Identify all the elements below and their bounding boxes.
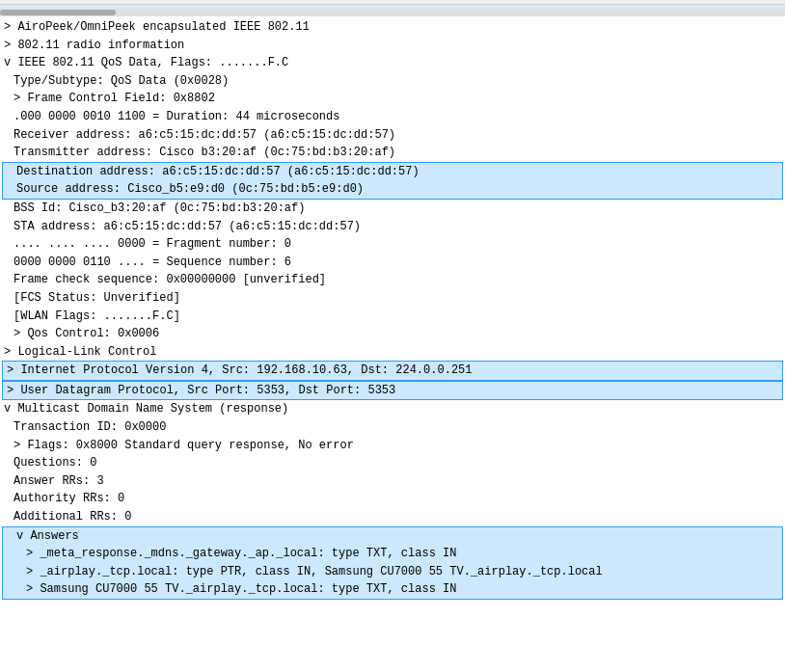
packet-detail-panel: > AiroPeek/OmniPeek encapsulated IEEE 80… <box>0 16 785 602</box>
detail-line-l18[interactable]: > Qos Control: 0x0006 <box>0 325 785 343</box>
detail-line-l29[interactable]: v Answers <box>2 526 783 546</box>
detail-line-l12[interactable]: STA address: a6:c5:15:dc:dd:57 (a6:c5:15… <box>0 218 785 236</box>
detail-line-l7[interactable]: Receiver address: a6:c5:15:dc:dd:57 (a6:… <box>0 126 785 145</box>
detail-line-l3[interactable]: v IEEE 802.11 QoS Data, Flags: .......F.… <box>0 54 785 72</box>
detail-line-l28[interactable]: Additional RRs: 0 <box>0 508 785 526</box>
detail-line-l16[interactable]: [FCS Status: Unverified] <box>0 289 785 308</box>
detail-line-l4[interactable]: Type/Subtype: QoS Data (0x0028) <box>0 72 785 91</box>
detail-line-l21[interactable]: > User Datagram Protocol, Src Port: 5353… <box>2 381 783 401</box>
detail-line-l10[interactable]: Source address: Cisco_b5:e9:d0 (0c:75:bd… <box>2 180 783 200</box>
detail-line-l8[interactable]: Transmitter address: Cisco b3:20:af (0c:… <box>0 144 785 162</box>
detail-line-l25[interactable]: Questions: 0 <box>0 454 785 472</box>
detail-line-l13[interactable]: .... .... .... 0000 = Fragment number: 0 <box>0 235 785 254</box>
detail-line-l17[interactable]: [WLAN Flags: .......F.C] <box>0 308 785 326</box>
detail-line-l22[interactable]: v Multicast Domain Name System (response… <box>0 400 785 418</box>
detail-line-l23[interactable]: Transaction ID: 0x0000 <box>0 418 785 437</box>
detail-line-l14[interactable]: 0000 0000 0110 .... = Sequence number: 6 <box>0 254 785 272</box>
detail-line-l26[interactable]: Answer RRs: 3 <box>0 472 785 491</box>
detail-line-l6[interactable]: .000 0000 0010 1100 = Duration: 44 micro… <box>0 108 785 126</box>
detail-line-l5[interactable]: > Frame Control Field: 0x8802 <box>0 90 785 108</box>
detail-line-l24[interactable]: > Flags: 0x8000 Standard query response,… <box>0 437 785 455</box>
detail-line-l20[interactable]: > Internet Protocol Version 4, Src: 192.… <box>2 361 783 381</box>
detail-line-l27[interactable]: Authority RRs: 0 <box>0 490 785 508</box>
detail-line-l1[interactable]: > AiroPeek/OmniPeek encapsulated IEEE 80… <box>0 18 785 37</box>
detail-line-l9[interactable]: Destination address: a6:c5:15:dc:dd:57 (… <box>2 162 783 181</box>
detail-line-l30[interactable]: > _meta_response._mdns._gateway._ap._loc… <box>2 545 783 563</box>
scrollbar-thumb[interactable] <box>0 10 116 15</box>
horizontal-scrollbar[interactable] <box>0 9 785 16</box>
detail-line-l11[interactable]: BSS Id: Cisco_b3:20:af (0c:75:bd:b3:20:a… <box>0 200 785 218</box>
detail-line-l19[interactable]: > Logical-Link Control <box>0 343 785 362</box>
detail-line-l31[interactable]: > _airplay._tcp.local: type PTR, class I… <box>2 563 783 581</box>
detail-line-l15[interactable]: Frame check sequence: 0x00000000 [unveri… <box>0 271 785 289</box>
detail-line-l32[interactable]: > Samsung CU7000 55 TV._airplay._tcp.loc… <box>2 580 783 600</box>
detail-line-l2[interactable]: > 802.11 radio information <box>0 37 785 55</box>
